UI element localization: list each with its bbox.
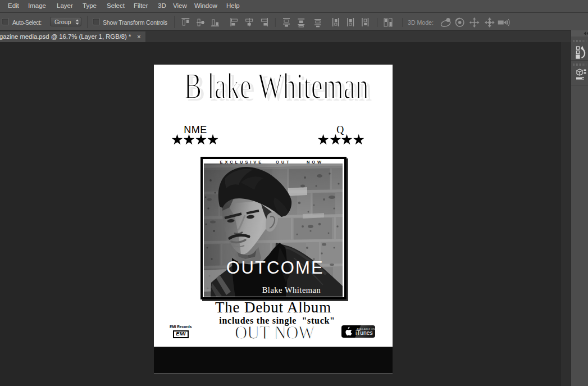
svg-text:Blake Whiteman: Blake Whiteman (262, 285, 321, 294)
svg-text:iTunes: iTunes (355, 330, 373, 336)
svg-text:OUTCOME: OUTCOME (226, 258, 324, 278)
